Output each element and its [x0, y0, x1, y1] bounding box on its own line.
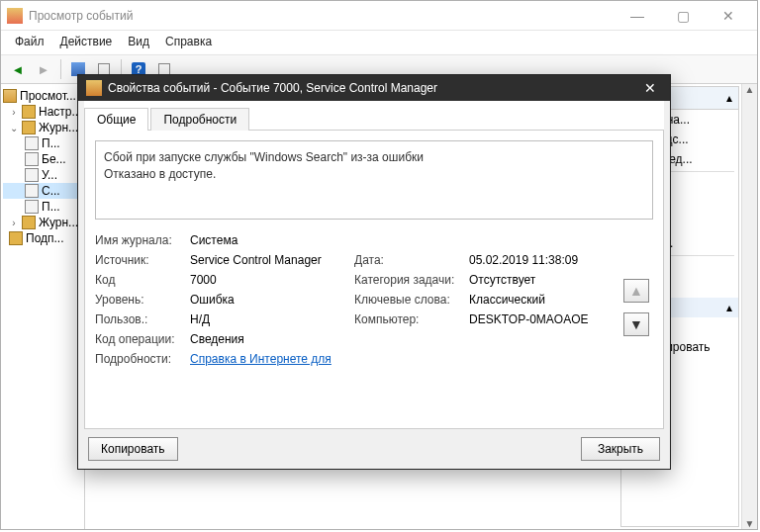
- copy-button[interactable]: Копировать: [88, 437, 178, 461]
- next-event-button[interactable]: ▼: [623, 312, 649, 336]
- tree-label: П...: [42, 200, 60, 214]
- tab-details[interactable]: Подробности: [150, 108, 249, 131]
- value-opcode: Сведения: [190, 332, 348, 346]
- tree-node[interactable]: Бе...: [3, 151, 82, 167]
- label-date: Дата:: [354, 253, 463, 267]
- tree-label: У...: [42, 168, 57, 182]
- folder-icon: [22, 121, 36, 134]
- label-level: Уровень:: [95, 293, 184, 307]
- log-icon: [25, 168, 39, 182]
- tree-node-selected[interactable]: С...: [3, 183, 82, 199]
- tab-general[interactable]: Общие: [84, 108, 148, 131]
- dialog-titlebar: Свойства событий - Событие 7000, Service…: [78, 75, 670, 101]
- log-icon: [25, 136, 39, 150]
- dialog-icon: [86, 80, 102, 96]
- dialog-body: Сбой при запуске службы "Windows Search"…: [84, 131, 664, 429]
- value-source: Service Control Manager: [190, 253, 348, 267]
- scrollbar-vertical[interactable]: ▲▼: [741, 84, 757, 529]
- arrow-right-icon: [38, 62, 50, 77]
- folder-icon: [22, 216, 36, 229]
- tree-label: Журн...: [39, 216, 78, 229]
- value-date: 05.02.2019 11:38:09: [469, 253, 618, 267]
- scroll-down-icon[interactable]: ▼: [745, 518, 755, 529]
- tree-label: Бе...: [42, 152, 66, 166]
- window-title: Просмотр событий: [29, 9, 615, 23]
- folder-icon: [22, 105, 36, 119]
- label-user: Пользов.:: [95, 312, 184, 326]
- tree-node[interactable]: П...: [3, 199, 82, 215]
- tree-label: Просмот...: [20, 89, 76, 103]
- tree-node[interactable]: ›Журн...: [3, 215, 82, 230]
- value-level: Ошибка: [190, 293, 348, 307]
- tree-label: Настр...: [39, 105, 82, 119]
- event-details-grid: Имя журнала: Система Источник: Service C…: [95, 233, 653, 366]
- tree-node[interactable]: У...: [3, 167, 82, 183]
- dialog-title: Свойства событий - Событие 7000, Service…: [108, 81, 638, 95]
- label-keywords: Ключевые слова:: [354, 293, 463, 307]
- tree-label: Подп...: [26, 231, 64, 245]
- label-computer: Компьютер:: [354, 312, 463, 326]
- chevron-up-icon[interactable]: ▴: [726, 301, 732, 314]
- dialog-tabs: Общие Подробности: [84, 101, 664, 131]
- close-dialog-button[interactable]: Закрыть: [581, 437, 660, 461]
- app-icon: [7, 8, 23, 24]
- log-icon: [25, 200, 39, 214]
- menu-file[interactable]: Файл: [9, 33, 50, 50]
- label-logname: Имя журнала:: [95, 233, 184, 247]
- window-controls: — ▢ ✕: [615, 1, 751, 31]
- label-taskcat: Категория задачи:: [354, 273, 463, 287]
- label-source: Источник:: [95, 253, 184, 267]
- menubar: Файл Действие Вид Справка: [1, 31, 757, 55]
- titlebar: Просмотр событий — ▢ ✕: [1, 1, 757, 31]
- arrow-down-icon: ▼: [629, 316, 643, 332]
- log-icon: [25, 184, 39, 198]
- nav-forward-button[interactable]: [33, 58, 54, 80]
- prev-event-button[interactable]: ▲: [623, 279, 649, 303]
- value-user: Н/Д: [190, 312, 348, 326]
- tree-label: С...: [42, 184, 60, 198]
- dialog-record-nav: ▲ ▼: [623, 279, 649, 336]
- log-icon: [25, 152, 39, 166]
- dialog-footer: Копировать Закрыть: [78, 429, 670, 469]
- tree-root[interactable]: Просмот...: [3, 88, 82, 104]
- value-logname: Система: [190, 233, 348, 247]
- tree-pane: Просмот... ›Настр... ⌄Журн... П... Бе...…: [1, 84, 85, 529]
- label-eventid: Код: [95, 273, 184, 287]
- minimize-button[interactable]: —: [615, 1, 660, 31]
- folder-icon: [9, 231, 23, 245]
- event-properties-dialog: Свойства событий - Событие 7000, Service…: [77, 74, 671, 470]
- dialog-close-button[interactable]: ✕: [638, 80, 662, 96]
- scroll-up-icon[interactable]: ▲: [745, 84, 755, 95]
- eventviewer-icon: [3, 89, 17, 103]
- menu-action[interactable]: Действие: [54, 33, 119, 50]
- tree-node[interactable]: ›Настр...: [3, 104, 82, 120]
- label-opcode: Код операции:: [95, 332, 184, 346]
- expand-icon[interactable]: ›: [9, 218, 19, 228]
- link-online-help[interactable]: Справка в Интернете для: [190, 352, 332, 366]
- expand-icon[interactable]: ›: [9, 107, 19, 118]
- maximize-button[interactable]: ▢: [660, 1, 706, 31]
- menu-view[interactable]: Вид: [122, 33, 155, 50]
- value-keywords: Классический: [469, 293, 618, 307]
- value-computer: DESKTOP-0MAOAOE: [469, 312, 618, 326]
- event-description: Сбой при запуске службы "Windows Search"…: [95, 140, 653, 220]
- value-taskcat: Отсутствует: [469, 273, 618, 287]
- arrow-left-icon: [12, 62, 25, 77]
- menu-help[interactable]: Справка: [159, 33, 218, 50]
- tree-label: П...: [42, 136, 60, 150]
- separator: [60, 59, 61, 79]
- chevron-up-icon[interactable]: ▴: [726, 91, 732, 105]
- close-button[interactable]: ✕: [706, 1, 751, 31]
- tree-node[interactable]: П...: [3, 135, 82, 151]
- label-moreinfo: Подробности:: [95, 352, 184, 366]
- collapse-icon[interactable]: ⌄: [9, 123, 19, 133]
- tree-node[interactable]: Подп...: [3, 230, 82, 246]
- tree-label: Журн...: [39, 121, 78, 134]
- tree-node[interactable]: ⌄Журн...: [3, 120, 82, 135]
- value-eventid: 7000: [190, 273, 348, 287]
- arrow-up-icon: ▲: [629, 283, 643, 299]
- nav-back-button[interactable]: [7, 58, 29, 80]
